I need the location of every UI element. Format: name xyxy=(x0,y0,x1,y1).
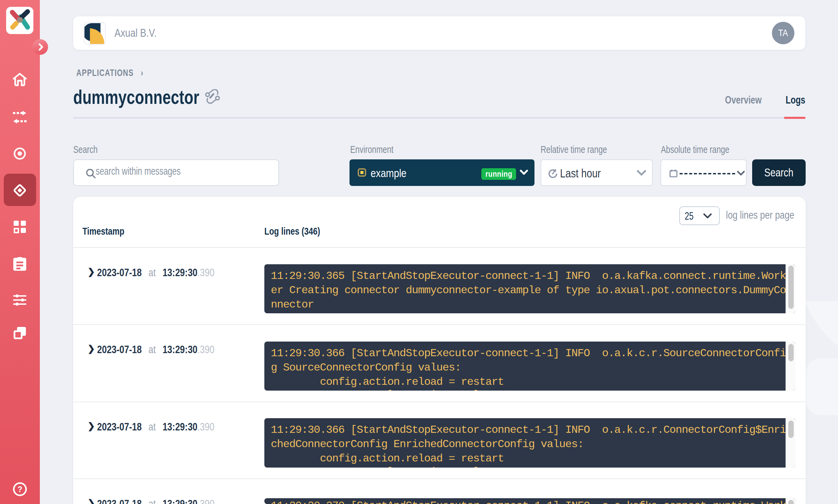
svg-text:?: ? xyxy=(17,485,22,494)
